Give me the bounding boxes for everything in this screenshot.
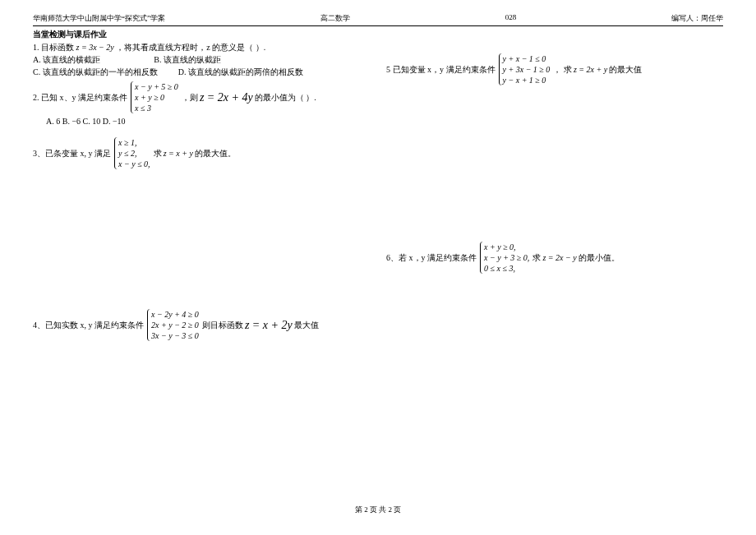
- q3-c3: x − y ≤ 0,: [118, 159, 150, 169]
- q5-mid: ， 求: [553, 63, 572, 76]
- header-center-left: 高二数学: [320, 13, 350, 24]
- q4-c1: x − 2y + 4 ≥ 0: [151, 309, 199, 320]
- q1-option-c: C. 该直线的纵截距的一半的相反数: [33, 67, 158, 76]
- q6-formula: z = 2x − y: [542, 251, 576, 264]
- header-left: 华南师范大学中山附属中学“探究式”学案: [33, 13, 165, 24]
- q1-option-b: B. 该直线的纵截距: [154, 55, 221, 64]
- q1-formula: z = 3x − 2y: [76, 43, 114, 52]
- q3-formula: z = x + y: [164, 147, 193, 159]
- page-footer: 第 2 页 共 2 页: [0, 505, 756, 515]
- q2-stem-a: 2. 已知 x、y 满足约束条件: [33, 91, 127, 104]
- q3-mid: 求: [154, 147, 162, 159]
- q6-stem-a: 6、若 x，y 满足约束条件: [386, 251, 477, 264]
- q2-mid: ，则: [182, 91, 198, 104]
- section-title: 当堂检测与课后作业: [33, 29, 370, 40]
- question-1: 1. 目标函数 z = 3x − 2y ，将其看成直线方程时，z 的意义是（ ）…: [33, 41, 370, 78]
- q4-stem-a: 4、已知实数 x, y 满足约束条件: [33, 319, 144, 331]
- q4-constraints: x − 2y + 4 ≥ 0 2x + y − 2 ≥ 0 3x − y − 3…: [147, 309, 199, 341]
- q3-c1: x ≥ 1,: [118, 137, 150, 148]
- q3-stem-b: 的最大值。: [195, 147, 236, 159]
- q5-stem-a: 5 已知变量 x，y 满足约束条件: [386, 63, 496, 76]
- q4-formula: z = x + 2y: [245, 316, 293, 334]
- header-center-right: 028: [505, 13, 517, 24]
- q6-mid: 求: [532, 251, 541, 264]
- q2-stem-b: 的最小值为（ ）.: [255, 91, 316, 104]
- q5-c3: y − x + 1 ≥ 0: [503, 75, 551, 85]
- q2-formula: z = 2x + 4y: [200, 89, 253, 106]
- header-divider: [33, 25, 723, 26]
- q3-constraints: x ≥ 1, y ≤ 2, x − y ≤ 0,: [114, 137, 150, 169]
- q4-mid: 则目标函数: [202, 319, 243, 331]
- left-column: 当堂检测与课后作业 1. 目标函数 z = 3x − 2y ，将其看成直线方程时…: [33, 29, 370, 344]
- q3-stem-a: 3、已条变量 x, y 满足: [33, 147, 111, 159]
- question-2: 2. 已知 x、y 满足约束条件 x − y + 5 ≥ 0 x + y ≥ 0…: [33, 81, 370, 113]
- page-header: 华南师范大学中山附属中学“探究式”学案 高二数学 028 编写人：周任华: [33, 13, 723, 25]
- q2-options: A. 6 B. −6 C. 10 D. −10: [46, 117, 370, 126]
- question-4: 4、已知实数 x, y 满足约束条件 x − 2y + 4 ≥ 0 2x + y…: [33, 309, 370, 341]
- q5-stem-b: 的最大值: [609, 63, 642, 76]
- q5-c1: y + x − 1 ≤ 0: [503, 53, 551, 64]
- right-column: 5 已知变量 x，y 满足约束条件 y + x − 1 ≤ 0 y + 3x −…: [386, 29, 723, 344]
- q5-c2: y + 3x − 1 ≥ 0: [503, 64, 551, 75]
- q4-c2: 2x + y − 2 ≥ 0: [151, 320, 199, 330]
- q6-constraints: x + y ≥ 0, x − y + 3 ≥ 0, 0 ≤ x ≤ 3,: [480, 242, 529, 274]
- q1-option-d: D. 该直线的纵截距的两倍的相反数: [178, 67, 303, 76]
- q5-constraints: y + x − 1 ≤ 0 y + 3x − 1 ≥ 0 y − x + 1 ≥…: [499, 53, 551, 85]
- q4-c3: 3x − y − 3 ≤ 0: [151, 330, 199, 341]
- q2-c3: x ≤ 3: [135, 103, 178, 113]
- q6-c1: x + y ≥ 0,: [484, 242, 529, 252]
- question-3: 3、已条变量 x, y 满足 x ≥ 1, y ≤ 2, x − y ≤ 0, …: [33, 137, 370, 169]
- q6-stem-b: 的最小值。: [579, 251, 620, 264]
- question-6: 6、若 x，y 满足约束条件 x + y ≥ 0, x − y + 3 ≥ 0,…: [386, 242, 723, 274]
- q1-stem-b: ，将其看成直线方程时，z 的意义是（ ）.: [116, 43, 265, 52]
- q1-option-a: A. 该直线的横截距: [33, 55, 100, 64]
- q2-c2: x + y ≥ 0: [135, 92, 178, 103]
- question-5: 5 已知变量 x，y 满足约束条件 y + x − 1 ≤ 0 y + 3x −…: [386, 53, 723, 85]
- q1-stem-a: 1. 目标函数: [33, 43, 74, 52]
- q5-formula: z = 2x + y: [574, 63, 607, 76]
- q3-c2: y ≤ 2,: [118, 148, 150, 159]
- q4-stem-b: 最大值: [294, 319, 319, 331]
- q6-c3: 0 ≤ x ≤ 3,: [484, 263, 529, 274]
- q2-constraints: x − y + 5 ≥ 0 x + y ≥ 0 x ≤ 3: [131, 81, 178, 113]
- q6-c2: x − y + 3 ≥ 0,: [484, 252, 529, 263]
- header-right: 编写人：周任华: [671, 13, 723, 24]
- q2-c1: x − y + 5 ≥ 0: [135, 81, 178, 92]
